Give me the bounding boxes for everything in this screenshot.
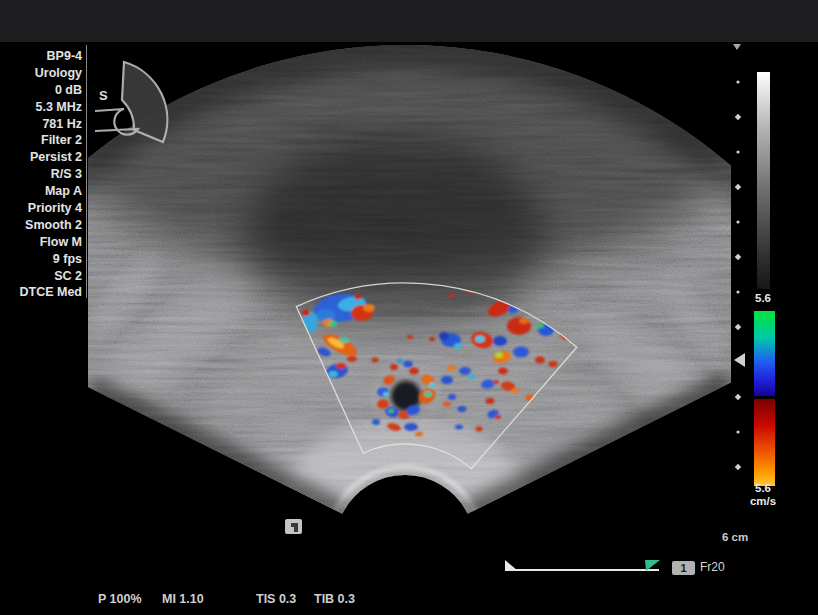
tis-value: TIS 0.3 xyxy=(256,592,296,606)
param-priority: Priority 4 xyxy=(0,200,82,217)
output-status-bar: P 100% MI 1.10 TIS 0.3 TIB 0.3 xyxy=(0,592,818,608)
param-filter: Filter 2 xyxy=(0,132,82,149)
depth-ruler xyxy=(505,560,660,571)
depth-tick-marks xyxy=(735,80,742,470)
param-sc: SC 2 xyxy=(0,268,82,285)
param-prf: 781 Hz xyxy=(0,116,82,133)
grayscale-bar xyxy=(757,72,770,289)
focus-marker-icon xyxy=(734,353,745,367)
param-flow: Flow M xyxy=(0,234,82,251)
param-frequency: 5.3 MHz xyxy=(0,99,82,116)
power-value: P 100% xyxy=(98,592,142,606)
param-framerate: 9 fps xyxy=(0,251,82,268)
pictogram-icon xyxy=(285,519,302,534)
frame-rate-label: Fr20 xyxy=(700,560,725,574)
velocity-unit-label: cm/s xyxy=(744,495,782,507)
orientation-marker-label: S xyxy=(99,88,108,103)
frame-number-badge: 1 xyxy=(672,561,695,575)
velocity-scale-min-label: 5.6 xyxy=(746,482,780,494)
param-gain: 0 dB xyxy=(0,82,82,99)
doppler-colorbar-negative xyxy=(754,399,775,486)
param-transducer: BP9-4 xyxy=(0,48,82,65)
mi-value: MI 1.10 xyxy=(162,592,204,606)
bmode-fan-image xyxy=(0,18,818,615)
ultrasound-graphics xyxy=(0,0,818,615)
param-preset: Urology xyxy=(0,65,82,82)
depth-label: 6 cm xyxy=(712,531,758,543)
param-map: Map A xyxy=(0,183,82,200)
param-rs: R/S 3 xyxy=(0,166,82,183)
velocity-scale-max-label: 5.6 xyxy=(746,292,780,304)
ultrasound-screen: BP9-4 Urology 0 dB 5.3 MHz 781 Hz Filter… xyxy=(0,0,818,615)
sidebar-divider xyxy=(86,45,87,298)
doppler-colorbar-positive xyxy=(754,311,775,396)
param-smooth: Smooth 2 xyxy=(0,217,82,234)
param-persist: Persist 2 xyxy=(0,149,82,166)
tib-value: TIB 0.3 xyxy=(314,592,355,606)
acquisition-parameters-panel: BP9-4 Urology 0 dB 5.3 MHz 781 Hz Filter… xyxy=(0,48,82,301)
depth-scale-top-marker xyxy=(733,44,741,50)
param-dtce: DTCE Med xyxy=(0,284,82,301)
